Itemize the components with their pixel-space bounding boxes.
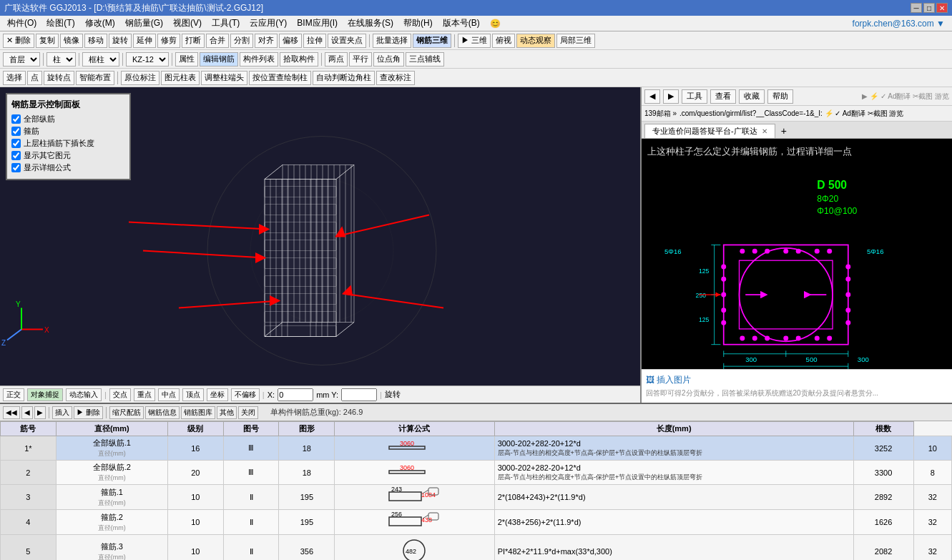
break-button[interactable]: 打断 <box>182 34 205 48</box>
menu-item-component[interactable]: 构件(O) <box>3 16 41 31</box>
tab-close-1[interactable]: ✕ <box>762 127 767 135</box>
move-button[interactable]: 移动 <box>84 34 107 48</box>
other-button[interactable]: 其他 <box>217 406 237 419</box>
menu-item-cloud[interactable]: 云应用(Y) <box>245 16 291 31</box>
corner-button[interactable]: 位点角 <box>373 52 404 67</box>
coord-button[interactable]: 坐标 <box>207 388 228 401</box>
copy-button[interactable]: 复制 <box>36 34 59 48</box>
view-button[interactable]: 俯视 <box>492 34 515 48</box>
check-annot-button[interactable]: 查改标注 <box>376 71 415 85</box>
batch-select-button[interactable]: 批量选择 <box>373 34 411 48</box>
checkbox-insert-length[interactable]: 上层柱插筋下插长度 <box>11 138 125 149</box>
member-id-select[interactable]: KZ-12 <box>126 52 169 67</box>
pos-draw-button[interactable]: 按位置查绘制柱 <box>249 71 311 85</box>
table-row[interactable]: 5 箍筋.3直径(mm) 10 Ⅱ 356 482 PI*482+2*11.9*… <box>1 535 952 561</box>
menu-item-draw[interactable]: 绘图(T) <box>42 16 79 31</box>
minimize-button[interactable]: ─ <box>911 3 922 13</box>
smart-layout-button[interactable]: 智能布置 <box>76 71 114 85</box>
delete-button[interactable]: ✕ 删除 <box>3 34 34 48</box>
menu-item-view[interactable]: 视图(V) <box>169 16 206 31</box>
close-button[interactable]: ✕ <box>936 3 948 13</box>
browser-tab-1[interactable]: 专业造价问题答疑平台-广联达 ✕ <box>644 124 775 138</box>
grip-button[interactable]: 设置夹点 <box>328 34 366 48</box>
email-label[interactable]: forpk.chen@163.com ▼ <box>848 17 949 30</box>
no-offset-button[interactable]: 不偏移 <box>231 388 260 401</box>
insert-image-button[interactable]: 🖼 插入图片 <box>646 374 948 386</box>
browser-favs-button[interactable]: 收藏 <box>739 89 765 104</box>
nav-prev-button[interactable]: ◀ <box>21 406 33 419</box>
parallel-button[interactable]: 平行 <box>349 52 372 67</box>
coord-x-input[interactable] <box>278 388 313 401</box>
rotate-point-button[interactable]: 旋转点 <box>44 71 74 85</box>
align-button[interactable]: 对齐 <box>255 34 278 48</box>
two-point-button[interactable]: 两点 <box>325 52 348 67</box>
adjust-end-button[interactable]: 调整柱端头 <box>201 71 247 85</box>
insert-row-button[interactable]: 插入 <box>52 406 72 419</box>
extend-button[interactable]: 延伸 <box>133 34 156 48</box>
split-button[interactable]: 分割 <box>230 34 253 48</box>
delete-row-button[interactable]: ▶ 删除 <box>74 406 103 419</box>
point-button[interactable]: 点 <box>27 71 42 85</box>
menu-item-help[interactable]: 帮助(H) <box>399 16 437 31</box>
new-tab-button[interactable]: + <box>775 124 792 138</box>
pick-member-button[interactable]: 拾取构件 <box>280 52 318 67</box>
browser-misc-button[interactable]: 帮助 <box>767 89 793 104</box>
table-row[interactable]: 2 全部纵筋.2直径(mm) 20 Ⅲ 18 3060 3000-202+282… <box>1 461 952 485</box>
edit-rebar-button[interactable]: 编辑钢筋 <box>200 52 238 67</box>
endpoint-button[interactable]: 重点 <box>134 388 155 401</box>
menu-item-online[interactable]: 在线服务(S) <box>343 16 398 31</box>
member-type-select[interactable]: 柱 <box>46 52 76 67</box>
mirror-button[interactable]: 镜像 <box>60 34 83 48</box>
member-subtype-select[interactable]: 框柱 <box>82 52 119 67</box>
3d-button[interactable]: ▶ 三维 <box>458 34 491 48</box>
trim-button[interactable]: 修剪 <box>157 34 180 48</box>
bar-library-button[interactable]: 销筋图库 <box>181 406 215 419</box>
scale-config-button[interactable]: 缩尺配筋 <box>109 406 144 419</box>
floor-select[interactable]: 首层 <box>3 52 40 67</box>
object-snap-button[interactable]: 对象捕捉 <box>27 388 63 401</box>
address-bar[interactable]: .com/question/girml/list?__ClassCode=-1&… <box>679 109 949 119</box>
browser-back-button[interactable]: ◀ <box>644 89 660 104</box>
rebar-info-button[interactable]: 钢筋信息 <box>145 406 180 419</box>
member-list-button[interactable]: 构件列表 <box>240 52 278 67</box>
browser-help-button[interactable]: 查看 <box>710 89 736 104</box>
properties-button[interactable]: 属性 <box>175 52 198 67</box>
intersection-button[interactable]: 交点 <box>109 388 131 401</box>
web-content[interactable]: 上这种柱子怎么定义并编辑钢筋，过程请详细一点 D 500 8Φ20 Φ10@10… <box>642 139 952 403</box>
browser-tools-button[interactable]: 工具 <box>682 89 707 104</box>
checkbox-show-formula[interactable]: 显示详细公式 <box>11 162 125 173</box>
maximize-button[interactable]: □ <box>923 3 935 13</box>
merge-button[interactable]: 合并 <box>206 34 229 48</box>
vertex-button[interactable]: 顶点 <box>182 388 204 401</box>
offset-button[interactable]: 偏移 <box>279 34 302 48</box>
checkbox-show-other[interactable]: 显示其它图元 <box>11 150 125 161</box>
ortho-button[interactable]: 正交 <box>3 388 24 401</box>
menu-item-quantity[interactable]: 钢筋量(G) <box>121 16 167 31</box>
local3d-button[interactable]: 局部三维 <box>556 34 595 48</box>
rotate-button[interactable]: 旋转 <box>109 34 132 48</box>
checkbox-all-rebar[interactable]: 全部纵筋 <box>11 114 125 124</box>
nav-next-button[interactable]: ▶ <box>34 406 46 419</box>
stretch-button[interactable]: 拉伸 <box>303 34 326 48</box>
checkbox-stirrup[interactable]: 箍筋 <box>11 126 125 137</box>
browser-forward-button[interactable]: ▶ <box>663 89 679 104</box>
coord-y-input[interactable] <box>341 388 377 401</box>
three-point-button[interactable]: 三点辅线 <box>406 52 444 67</box>
menu-item-tools[interactable]: 工具(T) <box>207 16 244 31</box>
select-button[interactable]: 选择 <box>3 71 26 85</box>
menu-item-bim[interactable]: BIM应用(I) <box>293 16 342 31</box>
dynamic-obs-button[interactable]: 动态观察 <box>516 34 555 48</box>
table-row[interactable]: 1* 全部纵筋.1直径(mm) 16 Ⅲ 18 3060 3000-202+28… <box>1 436 952 461</box>
menu-item-emoji[interactable]: 😊 <box>486 17 505 30</box>
inplace-annot-button[interactable]: 原位标注 <box>121 71 160 85</box>
column-table-button[interactable]: 图元柱表 <box>161 71 200 85</box>
auto-corner-button[interactable]: 自动判断边角柱 <box>313 71 375 85</box>
menu-item-version[interactable]: 版本号(B) <box>438 16 484 31</box>
table-row[interactable]: 4 箍筋.2直径(mm) 10 Ⅱ 195 256438 2*(438+256)… <box>1 510 952 535</box>
steel3d-button[interactable]: 钢筋三维 <box>413 34 451 48</box>
nav-first-button[interactable]: ◀◀ <box>3 406 20 419</box>
dynamic-input-button[interactable]: 动态输入 <box>66 388 102 401</box>
menu-item-modify[interactable]: 修改(M) <box>81 16 119 31</box>
table-row[interactable]: 3 箍筋.1直径(mm) 10 Ⅱ 195 2431084 2*(1084+24… <box>1 485 952 510</box>
close-button-bottom[interactable]: 关闭 <box>238 406 258 419</box>
